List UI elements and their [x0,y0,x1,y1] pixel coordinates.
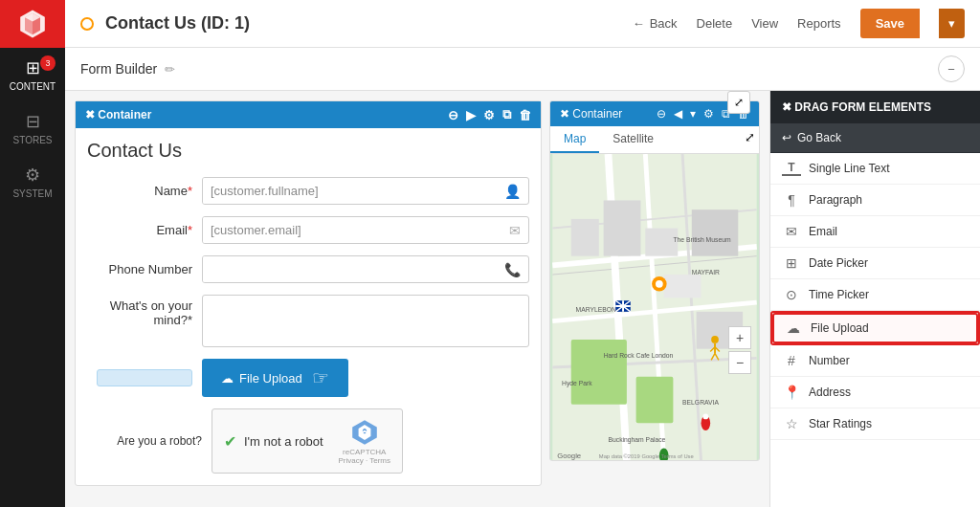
map-minimize-icon[interactable]: ⊖ [657,107,666,121]
topbar: Contact Us (ID: 1) ← Back Delete View Re… [65,0,980,48]
map-fullscreen-icon[interactable]: ⤢ [741,126,759,153]
map-svg: MARYLEBONE The British Museum Hyde Park … [550,154,759,460]
time-picker-icon: ⊙ [782,287,801,302]
right-panel-title: ✖ DRAG FORM ELEMENTS [782,100,931,114]
drag-item-paragraph[interactable]: ¶ Paragraph [770,185,980,216]
svg-text:Hyde Park: Hyde Park [562,380,592,387]
minus-icon: − [947,62,955,77]
email-required: * [188,223,192,237]
delete-button[interactable]: Delete [697,16,733,31]
formbuilder-label: Form Builder [80,61,157,77]
left-container-header: ✖ Container ⊖ ▶ ⚙ ⧉ 🗑 [76,101,541,128]
recaptcha-icon [349,417,380,448]
phone-label: Phone Number [87,262,202,276]
phone-input-wrap: 📞 [202,255,529,283]
drag-item-address[interactable]: 📍 Address [770,377,980,408]
map-body: MARYLEBONE The British Museum Hyde Park … [550,154,759,460]
email-label: Email* [87,223,202,237]
message-label: What's on your mind?* [87,295,202,327]
placeholder-button[interactable] [97,369,192,386]
map-arrow-down-icon[interactable]: ▾ [690,107,696,121]
map-tab-map[interactable]: Map [550,126,599,153]
message-field-group: What's on your mind?* [87,295,529,347]
svg-point-31 [702,414,708,420]
back-button[interactable]: ← Back [633,16,678,31]
svg-text:MAYFAIR: MAYFAIR [692,269,720,276]
main-area: Contact Us (ID: 1) ← Back Delete View Re… [65,0,980,507]
minimize-icon[interactable]: ⊖ [448,108,458,122]
chevron-down-icon: ▾ [948,16,955,31]
drag-item-single-line[interactable]: T Single Line Text [770,153,980,185]
captcha-row: Are you a robot? ✔ I'm not a robot [87,408,529,474]
captcha-brand: reCAPTCHA [343,448,386,456]
drag-item-star-ratings[interactable]: ☆ Star Ratings [770,408,980,440]
drag-item-number[interactable]: # Number [770,345,980,377]
file-upload-button[interactable]: ☁ File Upload ☞ [202,359,348,397]
magento-logo[interactable] [0,0,65,48]
paragraph-icon: ¶ [782,192,801,208]
file-upload-drag-label: File Upload [811,321,869,335]
system-icon: ⚙ [25,165,40,186]
drag-item-file-upload[interactable]: ☁ File Upload [770,311,980,345]
captcha-check-icon: ✔ [224,432,236,451]
sidebar-item-system[interactable]: ⚙ SYSTEM [0,155,65,209]
single-line-icon: T [782,161,801,176]
name-input[interactable] [203,178,497,204]
delete-icon[interactable]: 🗑 [519,108,531,122]
captcha-label: Are you a robot? [97,434,212,448]
reports-button[interactable]: Reports [797,16,841,31]
cursor-icon: ☞ [312,366,329,389]
save-dropdown-button[interactable]: ▾ [939,9,965,38]
map-tabs: Map Satellite ⤢ [550,126,759,154]
captcha-box: ✔ I'm not a robot reCAPTCHA P [212,408,403,474]
svg-rect-20 [664,275,702,298]
zoom-out-button[interactable]: − [728,351,751,374]
zoom-in-button[interactable]: + [728,326,751,349]
map-controls: + − [728,326,751,374]
sidebar-item-content[interactable]: ⊞ CONTENT 3 [0,48,65,101]
map-arrow-left-icon[interactable]: ◀ [674,107,682,121]
status-indicator [80,17,94,31]
sidebar-item-stores[interactable]: ⊟ STORES [0,101,65,155]
map-settings-icon[interactable]: ⚙ [703,107,714,121]
file-upload-row: ☁ File Upload ☞ [87,359,529,397]
edit-icon[interactable]: ✏ [165,62,175,77]
message-textarea[interactable] [202,295,529,347]
map-container-title: ✖ Container [560,107,622,121]
number-label: Number [809,354,850,367]
form-title: Contact Us [87,140,529,162]
phone-input[interactable] [203,256,497,282]
canvas: ⤢ ✖ Container ⊖ ▶ ⚙ ⧉ 🗑 Contact Us [65,91,769,507]
svg-text:Hard Rock Cafe London: Hard Rock Cafe London [604,352,674,359]
svg-text:The British Museum: The British Museum [673,236,731,243]
topbar-actions: ← Back Delete View Reports Save ▾ [633,9,965,38]
view-button[interactable]: View [751,16,778,31]
copy-icon[interactable]: ⧉ [502,107,511,122]
name-field-group: Name* 👤 [87,177,529,205]
settings-icon[interactable]: ⚙ [483,108,495,122]
reports-label: Reports [797,16,841,31]
drag-item-date-picker[interactable]: ⊞ Date Picker [770,248,980,279]
drag-item-email[interactable]: ✉ Email [770,216,980,248]
svg-point-29 [656,280,663,288]
back-label: Back [650,16,678,31]
captcha-check-text: I'm not a robot [244,434,323,449]
svg-text:Google: Google [557,452,581,460]
expand-canvas-button[interactable]: ⤢ [727,91,750,114]
drag-item-time-picker[interactable]: ⊙ Time Picker [770,279,980,311]
go-back-button[interactable]: ↩ Go Back [770,123,980,153]
email-input[interactable] [203,217,501,243]
sidebar-item-system-label: SYSTEM [12,188,52,199]
name-label: Name* [87,184,202,198]
map-tab-satellite[interactable]: Satellite [599,126,667,153]
view-label: View [751,16,778,31]
sidebar-item-content-label: CONTENT [10,81,56,92]
sidebar-item-stores-label: STORES [13,135,53,145]
svg-rect-16 [604,200,641,255]
content-icon: ⊞ [26,57,40,78]
arrow-right-icon[interactable]: ▶ [466,108,476,122]
recaptcha-logo: reCAPTCHA Privacy · Terms [338,417,390,465]
save-button[interactable]: Save [860,9,920,38]
collapse-button[interactable]: − [938,55,965,82]
upload-icon: ☁ [221,371,234,386]
